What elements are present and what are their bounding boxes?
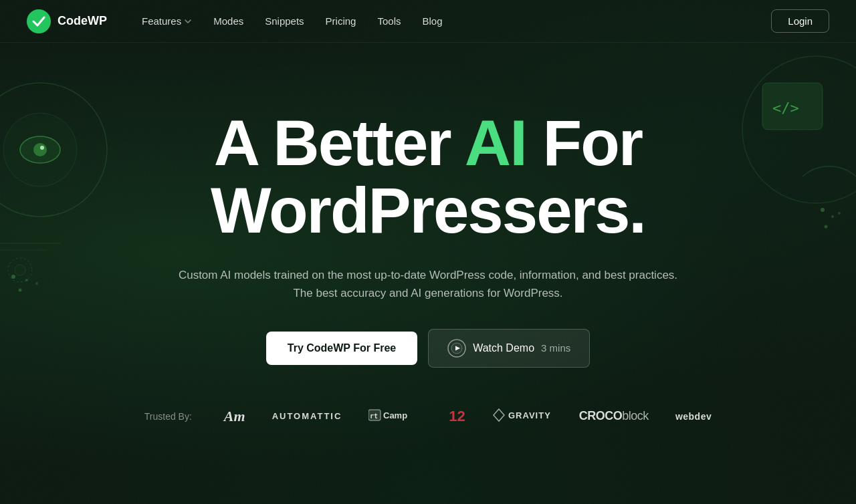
svg-text:GRAVITY: GRAVITY — [508, 410, 551, 420]
svg-text:Camp: Camp — [383, 410, 407, 420]
hero-title-part2: For — [526, 107, 642, 178]
nav-link-blog[interactable]: Blog — [415, 10, 451, 32]
hero-section: A Better AI For WordPressers. Custom AI … — [0, 43, 856, 368]
chevron-down-icon — [184, 17, 192, 25]
watch-demo-button[interactable]: Watch Demo 3 mins — [428, 329, 590, 368]
logo-gravity: GRAVITY — [492, 408, 552, 424]
hero-title-ai: AI — [465, 107, 526, 178]
logo-automattic: AUTOMATTIC — [272, 411, 342, 421]
try-codewp-button[interactable]: Try CodeWP For Free — [266, 332, 417, 365]
logo-12: 12 — [449, 408, 465, 425]
nav-link-tools[interactable]: Tools — [369, 10, 409, 32]
logo-icon — [27, 9, 51, 33]
play-icon — [447, 339, 466, 358]
hero-title-part1: A Better — [214, 107, 465, 178]
trusted-logos: Am AUTOMATTIC rt Camp 12 GRAVITY CROCObl… — [224, 408, 712, 425]
nav-link-modes[interactable]: Modes — [205, 10, 251, 32]
hero-title-line2: WordPressers. — [211, 174, 645, 246]
nav-link-pricing[interactable]: Pricing — [318, 10, 364, 32]
svg-marker-26 — [494, 409, 504, 421]
nav-link-features[interactable]: Features — [134, 10, 200, 32]
login-button[interactable]: Login — [771, 9, 829, 33]
nav-links: Features Modes Snippets Pricing Tools Bl… — [134, 10, 451, 32]
logo-text: CodeWP — [58, 14, 107, 28]
logo-rtcamp: rt Camp — [368, 408, 422, 424]
cta-buttons: Try CodeWP For Free Watch Demo 3 mins — [266, 329, 590, 368]
trusted-section: Trusted By: Am AUTOMATTIC rt Camp 12 GRA… — [0, 408, 856, 425]
logo-webdev: webdev — [675, 411, 712, 422]
svg-text:rt: rt — [370, 412, 378, 420]
logo-am: Am — [224, 408, 245, 425]
watch-demo-label: Watch Demo — [473, 342, 534, 354]
demo-duration: 3 mins — [541, 342, 570, 354]
svg-point-20 — [27, 9, 51, 33]
nav-link-snippets[interactable]: Snippets — [257, 10, 312, 32]
hero-subtitle: Custom AI models trained on the most up-… — [174, 266, 682, 302]
trusted-label: Trusted By: — [144, 411, 192, 422]
navbar-left: CodeWP Features Modes Snippets Pricing T… — [27, 9, 451, 33]
hero-title: A Better AI For WordPressers. — [211, 110, 645, 245]
logo-crocoblock: CROCOblock — [579, 409, 649, 423]
logo[interactable]: CodeWP — [27, 9, 107, 33]
navbar: CodeWP Features Modes Snippets Pricing T… — [0, 0, 856, 43]
